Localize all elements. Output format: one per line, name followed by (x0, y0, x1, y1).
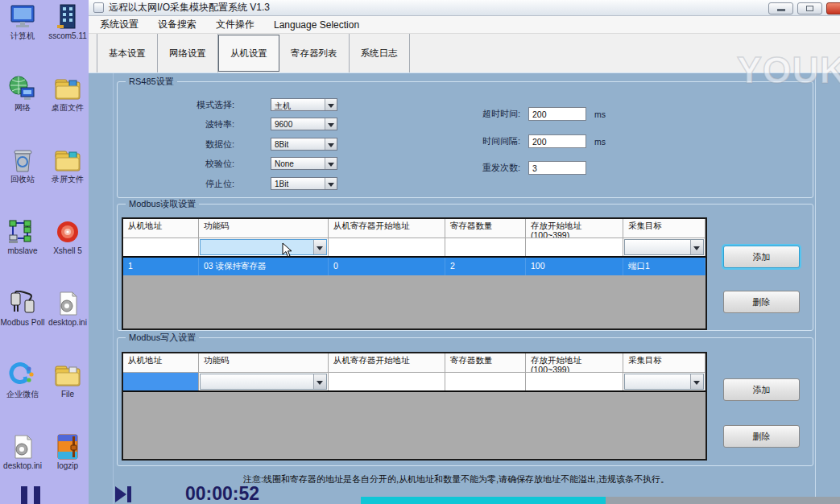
function-code-cell[interactable] (199, 238, 329, 256)
start-register-input-cell[interactable] (329, 238, 445, 256)
chevron-down-icon[interactable] (325, 118, 337, 130)
data-bits-dropdown[interactable]: 8Bit (271, 138, 337, 151)
tab-register-list[interactable]: 寄存器列表 (279, 34, 350, 72)
desktop-icon-label: logzip (57, 461, 78, 470)
desktop-icon-screen-record-files[interactable]: 录屏文件 (45, 143, 90, 215)
collect-target-cell[interactable] (623, 373, 706, 390)
register-count-input-cell[interactable] (445, 238, 526, 256)
function-code-dropdown[interactable] (200, 374, 327, 390)
menu-system-settings[interactable]: 系统设置 (100, 18, 139, 31)
collect-target-dropdown[interactable] (624, 374, 704, 390)
desktop-icon-recycle-bin[interactable]: 回收站 (0, 143, 45, 215)
table-header-row: 从机地址 功能码 从机寄存器开始地址 寄存器数量 存放开始地址 (100~399… (123, 219, 706, 238)
desktop-icon-network[interactable]: 网络 (0, 72, 45, 143)
retry-count-input[interactable]: 3 (528, 161, 586, 175)
desktop-icon-label: sscom5.11 (48, 31, 87, 40)
mouse-cursor (282, 242, 293, 262)
menu-file-operations[interactable]: 文件操作 (216, 18, 254, 31)
tab-network-settings[interactable]: 网络设置 (158, 34, 218, 72)
chevron-down-icon[interactable] (325, 99, 337, 110)
stop-bits-dropdown[interactable]: 1Bit (271, 177, 337, 190)
network-topology-icon (8, 219, 37, 245)
table-input-row (123, 238, 706, 258)
storage-address-input-cell[interactable] (526, 238, 623, 256)
baud-rate-dropdown[interactable]: 9600 (271, 118, 337, 130)
player-timestamp: 00:00:52 (185, 483, 259, 504)
player-progress-remaining[interactable] (606, 497, 840, 504)
title-bar[interactable]: 远程以太网I/O采集模块配置系统 V1.3 (89, 0, 840, 16)
chevron-down-icon[interactable] (325, 158, 337, 169)
mode-select-dropdown[interactable]: 主机 (271, 98, 337, 111)
write-add-button[interactable]: 添加 (723, 378, 800, 401)
desktop-icon-file-folder[interactable]: File (45, 358, 90, 430)
player-pause-button[interactable] (21, 486, 45, 504)
stop-bits-label: 停止位: (130, 178, 234, 190)
tab-basic-settings[interactable]: 基本设置 (97, 34, 158, 72)
read-delete-button[interactable]: 删除 (723, 291, 800, 313)
config-file-icon (8, 434, 37, 460)
slave-address-input-cell[interactable] (123, 238, 199, 256)
network-globe-icon (8, 76, 37, 101)
register-count-input-cell[interactable] (445, 373, 526, 390)
storage-address-input-cell[interactable] (526, 373, 623, 390)
chevron-down-icon[interactable] (313, 374, 326, 389)
desktop-icon-label: 企业微信 (6, 390, 39, 399)
baud-rate-label: 波特率: (130, 118, 234, 130)
tab-system-log[interactable]: 系统日志 (350, 34, 410, 72)
window-title: 远程以太网I/O采集模块配置系统 V1.3 (109, 1, 270, 14)
chevron-down-icon[interactable] (313, 240, 326, 254)
desktop-icon-label: 回收站 (10, 175, 35, 184)
data-bits-label: 数据位: (130, 138, 234, 151)
chevron-down-icon[interactable] (325, 138, 337, 150)
modbus-read-groupbox: Modbus读取设置 从机地址 功能码 从机寄存器开始地址 寄存器数量 存放开始… (117, 204, 813, 331)
collect-target-dropdown[interactable] (624, 239, 704, 255)
retry-count-label: 重发次数: (424, 162, 520, 174)
chevron-down-icon[interactable] (325, 178, 337, 189)
slave-address-input-cell-focused[interactable] (123, 373, 199, 390)
chevron-down-icon[interactable] (690, 374, 703, 389)
modbus-read-table[interactable]: 从机地址 功能码 从机寄存器开始地址 寄存器数量 存放开始地址 (100~399… (122, 217, 707, 330)
table-empty-area (123, 392, 706, 462)
read-add-button[interactable]: 添加 (723, 246, 800, 268)
shell-spiral-icon (53, 219, 82, 245)
table-row-selected[interactable]: 1 03 读保持寄存器 0 2 100 端口1 (123, 258, 706, 275)
interval-unit: ms (594, 137, 606, 147)
desktop-icon-xshell[interactable]: Xshell 5 (45, 215, 90, 287)
modbus-write-groupbox: Modbus写入设置 从机地址 功能码 从机寄存器开始地址 寄存器数量 存放开始… (117, 337, 813, 466)
desktop-icon-sscom[interactable]: sscom5.11 (45, 0, 90, 72)
function-code-cell[interactable] (199, 373, 329, 390)
maximize-button[interactable] (797, 2, 822, 14)
tab-strip: 基本设置 网络设置 从机设置 寄存器列表 系统日志 (89, 34, 840, 72)
rs485-groupbox: RS485设置 模式选择: 主机 波特率: 9600 数据位: 8Bit (117, 81, 813, 198)
desktop-icon-wechat-work[interactable]: 企业微信 (0, 358, 45, 430)
write-delete-button[interactable]: 删除 (723, 425, 800, 448)
desktop-icon-label: 计算机 (10, 31, 35, 40)
interval-input[interactable]: 200 (528, 134, 586, 148)
building-icon (53, 4, 82, 30)
menu-device-search[interactable]: 设备搜索 (158, 18, 197, 31)
timeout-input[interactable]: 200 (528, 107, 586, 121)
desktop-icon-computer[interactable]: 计算机 (0, 0, 45, 72)
desktop-icon-desktop-files[interactable]: 桌面文件 (45, 72, 90, 143)
menu-language-selection[interactable]: Language Selection (274, 19, 359, 31)
player-next-button[interactable] (115, 486, 133, 504)
desktop-icon-label: mbslave (7, 246, 37, 255)
start-register-input-cell[interactable] (329, 373, 445, 390)
menu-bar: 系统设置 设备搜索 文件操作 Language Selection (89, 16, 840, 34)
desktop-icon-logzip[interactable]: logzip (45, 430, 90, 502)
desktop-icon-desktop-ini[interactable]: desktop.ini (45, 287, 90, 358)
close-button[interactable] (826, 2, 840, 14)
chevron-down-icon[interactable] (690, 240, 703, 254)
desktop-icon-mbslave[interactable]: mbslave (0, 215, 45, 287)
desktop-icon-grid: 计算机 sscom5.11 网络 桌面文件 回收站 录屏文件 mbslave X… (0, 0, 90, 504)
tab-slave-settings[interactable]: 从机设置 (218, 35, 279, 72)
parity-dropdown[interactable]: None (271, 157, 337, 170)
timeout-unit: ms (594, 109, 606, 119)
collect-target-cell[interactable] (623, 238, 706, 256)
cable-connectors-icon (8, 291, 37, 316)
player-progress-played[interactable] (361, 497, 606, 504)
modbus-write-table[interactable]: 从机地址 功能码 从机寄存器开始地址 寄存器数量 存放开始地址 (100~399… (122, 352, 707, 461)
minimize-button[interactable] (768, 2, 793, 14)
function-code-dropdown[interactable] (200, 239, 327, 255)
desktop-icon-modbus-poll[interactable]: Modbus Poll (0, 287, 45, 358)
